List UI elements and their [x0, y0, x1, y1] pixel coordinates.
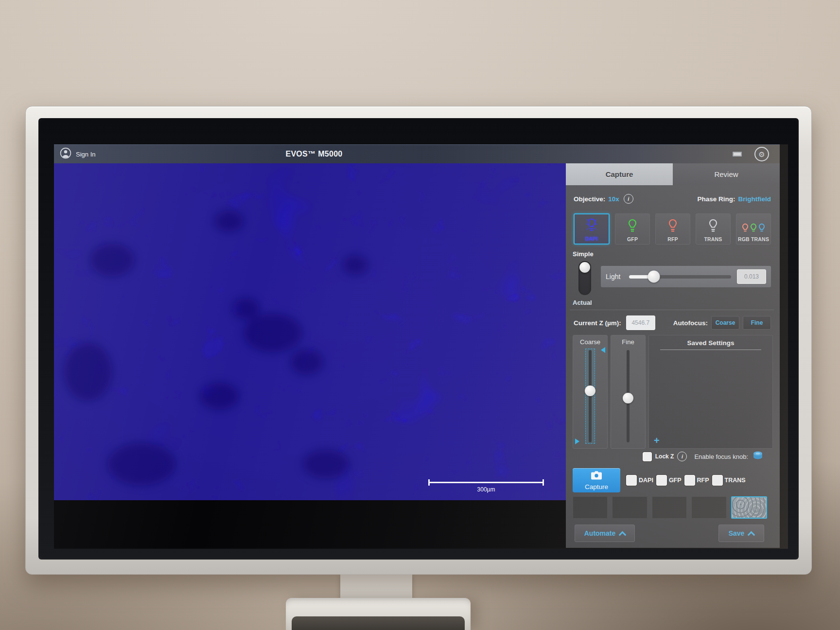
gear-icon: ⚙	[758, 151, 765, 158]
channel-buttons: DAPI GFP	[574, 213, 771, 245]
camera-icon	[590, 470, 603, 482]
user-icon	[60, 147, 71, 161]
autofocus-coarse-button[interactable]: Coarse	[711, 316, 739, 330]
monitor-bezel: Sign In EVOS™ M5000 ⚙	[38, 118, 799, 560]
channel-button-rgb-trans[interactable]: RGB TRANS	[736, 213, 771, 245]
scale-bar: 300µm	[428, 482, 544, 493]
light-value-input[interactable]	[737, 269, 766, 284]
chevron-up-icon	[619, 531, 627, 539]
coarse-upper-limit-marker	[601, 347, 605, 353]
coarse-focus-slider[interactable]: Coarse	[573, 335, 608, 449]
coarse-lower-limit-marker	[575, 438, 579, 444]
channel-button-gfp[interactable]: GFP	[615, 213, 650, 245]
light-slider[interactable]	[629, 275, 731, 279]
light-label: Light	[606, 273, 620, 280]
current-z-label: Current Z (µm):	[574, 319, 621, 327]
chevron-up-icon	[748, 531, 755, 539]
channel-label: DAPI	[585, 236, 598, 242]
capture-row: Capture DAPI GFP RFP TRANS	[573, 466, 773, 494]
add-saved-setting-button[interactable]: +	[654, 436, 660, 445]
sign-in-label: Sign In	[76, 151, 95, 158]
autofocus-fine-button[interactable]: Fine	[743, 316, 771, 330]
coarse-slider-label: Coarse	[573, 338, 607, 346]
toggle-knob[interactable]	[579, 262, 590, 273]
app-title: EVOS™ M5000	[285, 150, 342, 158]
specimen-live-view[interactable]: 300µm	[54, 163, 566, 500]
objective-row: Objective: 10x i Phase Ring: Brightfield	[574, 191, 771, 207]
channel-label: RFP	[667, 236, 678, 242]
lock-z-label: Lock Z	[655, 453, 674, 460]
focus-knob-icon[interactable]	[752, 451, 764, 462]
fine-slider-label: Fine	[611, 338, 645, 346]
objective-info-icon[interactable]: i	[624, 194, 633, 204]
monitor-stand-neck	[340, 573, 412, 602]
simple-actual-toggle[interactable]	[578, 261, 591, 295]
channel-label: TRANS	[704, 236, 722, 242]
rgb-trans-bulbs-icon	[741, 223, 766, 235]
capture-button-label: Capture	[585, 483, 608, 490]
capture-button[interactable]: Capture	[573, 468, 620, 492]
saved-settings-rule	[660, 350, 761, 350]
thumbnail-slot[interactable]	[691, 496, 726, 519]
focus-area: Coarse Fine	[573, 335, 773, 449]
trans-bulb-icon	[708, 219, 718, 236]
lock-z-row: Lock Z i Enable focus knob:	[643, 451, 764, 462]
enable-focus-knob-label: Enable focus knob:	[694, 453, 748, 460]
scale-bar-label: 300µm	[428, 486, 544, 493]
channel-label: GFP	[627, 236, 638, 242]
titlebar: Sign In EVOS™ M5000 ⚙	[54, 144, 780, 163]
phase-ring-value[interactable]: Brightfield	[738, 195, 771, 203]
objective-label: Objective:	[574, 195, 605, 203]
tab-review[interactable]: Review	[673, 163, 780, 185]
coarse-slider-track[interactable]	[589, 350, 592, 442]
trans-checkbox-label: TRANS	[725, 477, 746, 484]
scale-bar-line	[428, 482, 544, 483]
screen: Sign In EVOS™ M5000 ⚙	[54, 144, 788, 549]
automate-button[interactable]: Automate	[575, 525, 635, 542]
objective-value[interactable]: 10x	[608, 195, 619, 203]
phase-ring-label: Phase Ring:	[697, 195, 735, 203]
rfp-checkbox-label: RFP	[697, 477, 709, 484]
gfp-checkbox-label: GFP	[669, 477, 682, 484]
coarse-slider-knob[interactable]	[585, 385, 595, 396]
light-slider-knob[interactable]	[648, 271, 660, 283]
trans-checkbox[interactable]	[712, 475, 723, 486]
dapi-checkbox[interactable]	[626, 475, 637, 486]
gfp-bulb-icon	[627, 219, 638, 236]
settings-button[interactable]: ⚙	[754, 147, 769, 161]
autofocus-label: Autofocus:	[673, 319, 708, 327]
current-z-row: Current Z (µm): Autofocus: Coarse Fine	[574, 315, 771, 331]
channel-button-rfp[interactable]: RFP	[655, 213, 690, 245]
capture-channel-checkboxes: DAPI GFP RFP TRANS	[626, 475, 746, 486]
rfp-bulb-icon	[667, 219, 678, 236]
automate-button-label: Automate	[584, 529, 616, 537]
fine-slider-knob[interactable]	[623, 393, 633, 403]
save-button-label: Save	[729, 529, 745, 537]
tab-capture[interactable]: Capture	[566, 163, 673, 185]
thumbnail-captured-image[interactable]	[731, 496, 767, 519]
channel-button-dapi[interactable]: DAPI	[574, 213, 610, 245]
saved-settings-title: Saved Settings	[649, 339, 772, 347]
sign-in-button[interactable]: Sign In	[60, 147, 95, 161]
image-viewport: 300µm	[54, 163, 566, 548]
monitor-frame: Sign In EVOS™ M5000 ⚙	[25, 106, 812, 575]
lock-z-checkbox[interactable]	[643, 452, 652, 461]
screen-right-strip	[780, 144, 788, 549]
lock-z-info-icon[interactable]: i	[677, 452, 687, 461]
thumbnail-slot[interactable]	[573, 496, 608, 519]
divider	[570, 310, 774, 310]
dapi-bulb-icon	[585, 217, 598, 236]
control-panel: Capture Review Objective: 10x i Phase Ri…	[566, 163, 780, 548]
rfp-checkbox[interactable]	[684, 475, 695, 486]
gfp-checkbox[interactable]	[656, 475, 667, 486]
light-control: Light	[601, 266, 771, 287]
actual-label: Actual	[573, 299, 592, 306]
saved-settings-panel: Saved Settings +	[648, 335, 773, 449]
fine-focus-slider[interactable]: Fine	[611, 335, 646, 449]
current-z-input[interactable]	[626, 315, 655, 330]
thumbnail-slot[interactable]	[652, 496, 687, 519]
save-button[interactable]: Save	[718, 525, 764, 542]
display-indicator-icon	[733, 152, 742, 157]
channel-button-trans[interactable]: TRANS	[696, 213, 731, 245]
thumbnail-slot[interactable]	[612, 496, 647, 519]
